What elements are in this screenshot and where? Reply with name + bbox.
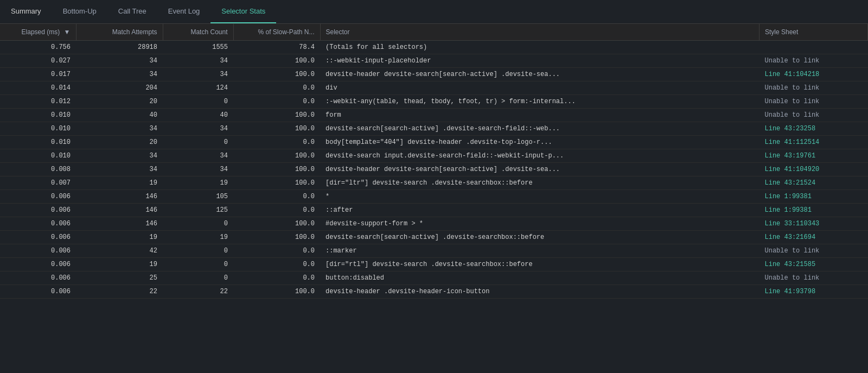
cell-elapsed: 0.008 [0,163,76,176]
cell-match-count: 125 [163,204,233,217]
cell-elapsed: 0.012 [0,95,76,109]
cell-slow-path: 100.0 [233,176,320,190]
col-header-match-attempts[interactable]: Match Attempts [76,24,163,41]
cell-match-attempts: 40 [76,109,163,122]
cell-match-attempts: 22 [76,285,163,299]
cell-match-count: 22 [163,285,233,299]
table-row[interactable]: 0.0103434100.0devsite-search input.devsi… [0,149,868,163]
cell-elapsed: 0.006 [0,285,76,299]
cell-match-count: 0 [163,95,233,109]
cell-style-sheet[interactable]: Line 41:93798 [760,285,868,299]
cell-selector: form [320,109,760,122]
cell-selector: (Totals for all selectors) [320,41,760,54]
cell-selector: button:disabled [320,271,760,285]
table-row[interactable]: 0.0273434100.0::-webkit-input-placeholde… [0,54,868,68]
cell-match-count: 34 [163,149,233,163]
table-container: Elapsed (ms) ▼ Match Attempts Match Coun… [0,24,868,373]
cell-style-sheet[interactable]: Line 43:19761 [760,149,868,163]
cell-match-attempts: 34 [76,163,163,176]
cell-selector: ::after [320,204,760,217]
table-row[interactable]: 0.0071919100.0[dir="ltr"] devsite-search… [0,176,868,190]
col-header-match-count[interactable]: Match Count [163,24,233,41]
cell-style-sheet: Unable to link [760,244,868,258]
col-header-selector[interactable]: Selector [320,24,760,41]
tab-event-log[interactable]: Event Log [157,0,211,23]
cell-elapsed: 0.006 [0,244,76,258]
cell-elapsed: 0.010 [0,149,76,163]
cell-selector: #devsite-support-form > * [320,217,760,231]
table-row[interactable]: 0.0142041240.0divUnable to link [0,81,868,95]
cell-match-count: 34 [163,54,233,68]
cell-style-sheet[interactable]: Line 41:104920 [760,163,868,176]
cell-slow-path: 0.0 [233,136,320,149]
cell-elapsed: 0.027 [0,54,76,68]
cell-style-sheet: Unable to link [760,95,868,109]
table-row[interactable]: 0.0062500.0button:disabledUnable to link [0,271,868,285]
cell-match-attempts: 20 [76,136,163,149]
table-row[interactable]: 0.0061461050.0*Line 1:99381 [0,190,868,204]
table-row[interactable]: 0.0061460100.0#devsite-support-form > *L… [0,217,868,231]
cell-selector: devsite-header devsite-search[search-act… [320,163,760,176]
cell-selector: * [320,190,760,204]
table-row[interactable]: 0.75628918155578.4(Totals for all select… [0,41,868,54]
cell-selector: :-webkit-any(table, thead, tbody, tfoot,… [320,95,760,109]
cell-style-sheet[interactable]: Line 1:99381 [760,204,868,217]
cell-match-count: 0 [163,244,233,258]
cell-style-sheet: Unable to link [760,271,868,285]
cell-style-sheet[interactable]: Line 43:21585 [760,258,868,271]
cell-style-sheet[interactable]: Line 43:21524 [760,176,868,190]
cell-style-sheet[interactable]: Line 43:21694 [760,231,868,244]
table-body: 0.75628918155578.4(Totals for all select… [0,41,868,299]
cell-selector: body[template="404"] devsite-header .dev… [320,136,760,149]
cell-match-count: 0 [163,136,233,149]
selector-stats-table: Elapsed (ms) ▼ Match Attempts Match Coun… [0,24,868,299]
tab-bottom-up[interactable]: Bottom-Up [52,0,107,23]
table-row[interactable]: 0.0062222100.0devsite-header .devsite-he… [0,285,868,299]
cell-style-sheet: Unable to link [760,54,868,68]
cell-match-count: 0 [163,271,233,285]
cell-slow-path: 100.0 [233,217,320,231]
cell-elapsed: 0.006 [0,204,76,217]
cell-elapsed: 0.007 [0,176,76,190]
cell-style-sheet[interactable]: Line 41:112514 [760,136,868,149]
table-row[interactable]: 0.0061900.0[dir="rtl"] devsite-search .d… [0,258,868,271]
cell-selector: devsite-header devsite-search[search-act… [320,68,760,81]
table-row[interactable]: 0.0104040100.0formUnable to link [0,109,868,122]
table-row[interactable]: 0.0173434100.0devsite-header devsite-sea… [0,68,868,81]
table-row[interactable]: 0.0102000.0body[template="404"] devsite-… [0,136,868,149]
cell-match-attempts: 25 [76,271,163,285]
sort-indicator: ▼ [64,28,71,36]
cell-selector: devsite-search[search-active] .devsite-s… [320,231,760,244]
elapsed-label: Elapsed (ms) [22,28,60,36]
cell-match-attempts: 34 [76,122,163,136]
table-row[interactable]: 0.0122000.0:-webkit-any(table, thead, tb… [0,95,868,109]
cell-slow-path: 0.0 [233,190,320,204]
cell-slow-path: 100.0 [233,231,320,244]
table-row[interactable]: 0.0083434100.0devsite-header devsite-sea… [0,163,868,176]
cell-slow-path: 0.0 [233,95,320,109]
table-row[interactable]: 0.0061919100.0devsite-search[search-acti… [0,231,868,244]
table-row[interactable]: 0.0061461250.0::afterLine 1:99381 [0,204,868,217]
tab-selector-stats[interactable]: Selector Stats [210,0,276,23]
cell-style-sheet[interactable]: Line 41:104218 [760,68,868,81]
table-row[interactable]: 0.0064200.0::markerUnable to link [0,244,868,258]
col-header-elapsed[interactable]: Elapsed (ms) ▼ [0,24,76,41]
tab-call-tree[interactable]: Call Tree [107,0,157,23]
cell-selector: devsite-header .devsite-header-icon-butt… [320,285,760,299]
col-header-style-sheet[interactable]: Style Sheet [760,24,868,41]
cell-style-sheet[interactable]: Line 1:99381 [760,190,868,204]
table-row[interactable]: 0.0103434100.0devsite-search[search-acti… [0,122,868,136]
cell-slow-path: 0.0 [233,244,320,258]
tab-summary[interactable]: Summary [0,0,52,23]
cell-elapsed: 0.010 [0,136,76,149]
cell-match-count: 19 [163,176,233,190]
cell-slow-path: 100.0 [233,54,320,68]
col-header-slow-path[interactable]: % of Slow-Path N... [233,24,320,41]
cell-style-sheet[interactable]: Line 33:110343 [760,217,868,231]
cell-match-count: 1555 [163,41,233,54]
cell-style-sheet[interactable]: Line 43:23258 [760,122,868,136]
cell-match-attempts: 34 [76,68,163,81]
cell-match-attempts: 19 [76,231,163,244]
cell-selector: devsite-search input.devsite-search-fiel… [320,149,760,163]
cell-style-sheet: Unable to link [760,109,868,122]
